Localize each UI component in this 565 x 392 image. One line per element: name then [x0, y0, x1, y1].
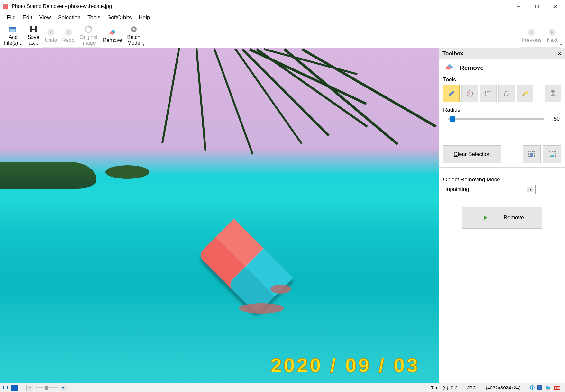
- load-mask-button[interactable]: [543, 145, 561, 163]
- previous-icon: [527, 28, 536, 37]
- magic-wand-tool[interactable]: [517, 85, 533, 102]
- next-label: Next: [547, 37, 558, 43]
- image-canvas[interactable]: 2020 / 09 / 03: [0, 48, 439, 383]
- remove-header-label: Remove: [460, 64, 484, 71]
- original-image-button: OriginalImage: [77, 23, 100, 47]
- svg-point-34: [551, 90, 555, 92]
- svg-point-29: [468, 92, 470, 94]
- toolbar: AddFile(s)... Saveas... Undo Redo Origin…: [0, 23, 565, 48]
- status-dimensions: (4032x3024x24): [481, 383, 525, 392]
- remove-button[interactable]: Remove: [462, 207, 542, 229]
- maximize-button[interactable]: [528, 0, 546, 13]
- rectangle-selection-tool[interactable]: [480, 85, 496, 102]
- menu-help[interactable]: Help: [136, 14, 153, 22]
- toolbar-overflow-right[interactable]: ▾: [560, 43, 564, 48]
- radius-slider[interactable]: [448, 118, 544, 120]
- svg-point-25: [239, 303, 284, 314]
- previous-button: Previous: [519, 23, 544, 47]
- fit-screen-button[interactable]: [11, 385, 18, 391]
- menu-file[interactable]: File: [4, 14, 18, 22]
- save-as-button[interactable]: Saveas...: [25, 23, 42, 48]
- palm-graphic: [110, 48, 439, 232]
- radius-input[interactable]: [548, 115, 561, 123]
- add-files-icon: [9, 25, 18, 34]
- gear-icon: [129, 25, 138, 34]
- close-button[interactable]: [546, 0, 565, 13]
- svg-point-17: [133, 28, 135, 30]
- save-as-label: Saveas...: [28, 34, 39, 46]
- undo-icon: [46, 28, 55, 37]
- undo-button: Undo: [42, 23, 59, 47]
- save-mask-button[interactable]: [523, 145, 541, 163]
- chevron-down-icon: ▾: [527, 187, 533, 192]
- zoom-in-button[interactable]: +: [60, 385, 67, 391]
- svg-point-24: [270, 285, 291, 294]
- redo-icon: [64, 28, 73, 37]
- original-icon: [84, 25, 93, 34]
- toolbox-close-icon[interactable]: ✕: [557, 50, 562, 57]
- titlebar: Photo Stamp Remover - photo-with-date.jp…: [0, 0, 565, 13]
- window-title: Photo Stamp Remover - photo-with-date.jp…: [12, 4, 509, 9]
- menubar: File Edit View Selection Tools SoftOrbit…: [0, 13, 565, 23]
- radius-label: Radius: [443, 107, 561, 113]
- clone-stamp-tool[interactable]: [545, 85, 561, 102]
- remove-toolbar-button[interactable]: Remove: [100, 23, 125, 48]
- mode-value: Inpainting: [445, 186, 469, 193]
- island-graphic: [0, 162, 96, 189]
- batch-mode-label: BatchMode: [127, 34, 141, 46]
- twitter-icon[interactable]: 🐦: [545, 385, 551, 391]
- svg-rect-9: [32, 26, 35, 29]
- next-icon: [548, 28, 557, 37]
- youtube-icon[interactable]: You: [554, 386, 560, 390]
- svg-rect-30: [485, 91, 491, 96]
- toolbar-overflow-left[interactable]: ▾: [143, 43, 146, 48]
- lasso-tool[interactable]: [498, 85, 515, 102]
- menu-softorbits[interactable]: SoftOrbits: [105, 14, 135, 22]
- svg-rect-32: [551, 95, 555, 96]
- svg-rect-10: [32, 30, 35, 32]
- remove-button-label: Remove: [504, 214, 524, 221]
- svg-rect-3: [535, 5, 539, 8]
- pencil-tool[interactable]: [443, 85, 460, 102]
- batch-mode-button[interactable]: BatchMode: [125, 23, 143, 48]
- status-time: Time (s): 0.2: [426, 383, 462, 392]
- menu-tools[interactable]: Tools: [85, 14, 103, 22]
- toolbox-title: Toolbox: [442, 50, 463, 57]
- svg-rect-36: [530, 153, 533, 157]
- toolbox-header: Toolbox ✕: [439, 48, 565, 59]
- save-icon: [29, 25, 38, 34]
- redo-label: Redo: [62, 37, 75, 43]
- app-icon: [3, 3, 9, 10]
- menu-view[interactable]: View: [36, 14, 54, 22]
- statusbar: 1:1 − + Time (s): 0.2 JPG (4032x3024x24)…: [0, 383, 565, 392]
- original-label: OriginalImage: [80, 34, 97, 46]
- zoom-out-button[interactable]: −: [26, 385, 33, 391]
- mode-label: Object Removing Mode: [443, 177, 561, 183]
- next-button: Next: [544, 23, 560, 47]
- add-files-label: AddFile(s)...: [4, 34, 23, 46]
- date-stamp-text: 2020 / 09 / 03: [271, 354, 420, 377]
- mode-combobox[interactable]: Inpainting ▾: [443, 185, 536, 194]
- remove-header-icon: [444, 63, 454, 72]
- zoom-ratio[interactable]: 1:1: [2, 385, 9, 390]
- sidebar: Toolbox ✕ Remove Tools Radius: [439, 48, 565, 383]
- status-format: JPG: [462, 383, 481, 392]
- clear-selection-button[interactable]: Clear Selection: [443, 145, 501, 163]
- zoom-slider[interactable]: [35, 387, 58, 388]
- eraser-icon: [108, 28, 117, 37]
- svg-rect-1: [4, 5, 6, 6]
- tools-label: Tools: [443, 77, 561, 83]
- undo-label: Undo: [45, 37, 57, 43]
- remove-toolbar-label: Remove: [103, 37, 122, 43]
- color-selection-tool[interactable]: [461, 85, 478, 102]
- add-files-button[interactable]: AddFile(s)...: [1, 23, 25, 48]
- app-logo-overlay: [184, 205, 306, 328]
- info-icon[interactable]: ⓘ: [530, 385, 535, 391]
- redo-button: Redo: [60, 23, 77, 47]
- previous-label: Previous: [522, 37, 542, 43]
- minimize-button[interactable]: [509, 0, 528, 13]
- menu-edit[interactable]: Edit: [20, 14, 35, 22]
- svg-rect-7: [9, 27, 16, 29]
- facebook-icon[interactable]: f: [537, 385, 542, 390]
- menu-selection[interactable]: Selection: [55, 14, 83, 22]
